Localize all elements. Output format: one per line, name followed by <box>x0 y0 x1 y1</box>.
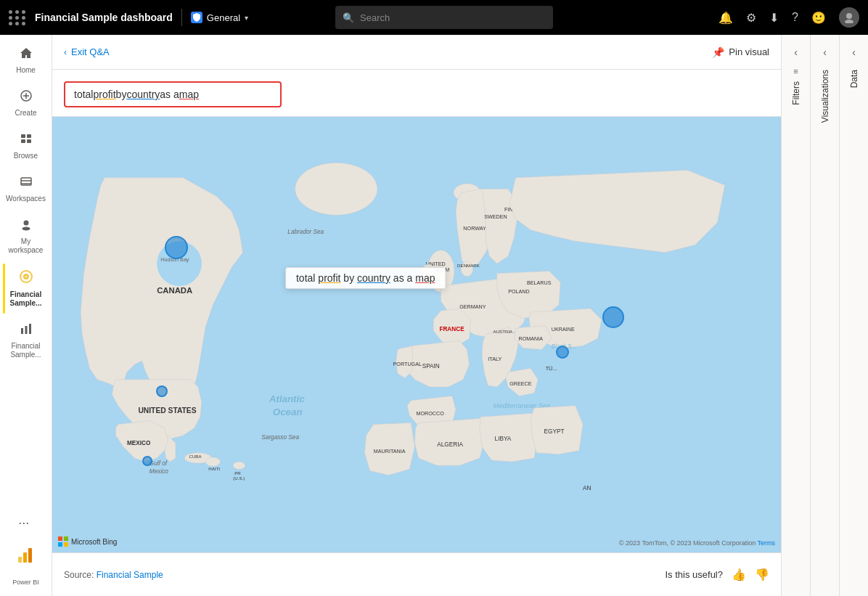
filters-collapse-button[interactable]: ‹ <box>785 41 808 64</box>
sidebar-item-home[interactable]: Home <box>3 41 49 81</box>
svg-text:LIBYA: LIBYA <box>495 436 512 442</box>
query-part-map: map <box>179 89 199 100</box>
data-label[interactable]: Data <box>849 70 859 88</box>
sidebar-item-browse[interactable]: Browse <box>3 126 49 166</box>
search-bar[interactable]: 🔍 <box>335 6 553 29</box>
tooltip-map: map <box>415 272 435 284</box>
useful-label: Is this useful? <box>666 569 724 580</box>
pin-visual-button[interactable]: 📌 Pin visual <box>712 46 769 58</box>
search-icon: 🔍 <box>343 12 354 23</box>
svg-text:PORTUGAL: PORTUGAL <box>393 361 422 367</box>
search-input[interactable] <box>360 12 546 23</box>
query-part-country: country <box>126 89 160 100</box>
svg-text:HAITI: HAITI <box>208 466 220 471</box>
footer-source: Source: Financial Sample <box>64 570 163 580</box>
svg-point-0 <box>846 13 852 19</box>
svg-point-38 <box>233 462 245 469</box>
sidebar-more-button[interactable]: ··· <box>12 510 39 536</box>
exit-qna-button[interactable]: ‹ Exit Q&A <box>64 46 110 57</box>
thumbs-down-button[interactable]: 👎 <box>755 568 769 581</box>
query-part-total: total <box>74 89 93 100</box>
svg-text:SPAIN: SPAIN <box>422 363 440 370</box>
qna-input-area: total profit by country as a map <box>52 70 781 117</box>
svg-text:Ocean: Ocean <box>273 407 303 417</box>
topbar-icons: 🔔 ⚙ ⬇ ? 🙂 <box>718 7 859 28</box>
svg-point-16 <box>25 276 27 277</box>
svg-point-12 <box>23 221 28 226</box>
query-part-as-a: as a <box>160 89 179 100</box>
svg-rect-20 <box>18 557 22 563</box>
thumbs-up-button[interactable]: 👍 <box>732 568 746 581</box>
svg-rect-8 <box>27 139 31 143</box>
avatar[interactable] <box>839 7 859 28</box>
pin-visual-label: Pin visual <box>729 46 769 57</box>
visualizations-label[interactable]: Visualizations <box>820 70 830 123</box>
sidebar-create-label: Create <box>15 109 36 118</box>
bubble-usa[interactable] <box>156 385 168 397</box>
pin-icon: 📌 <box>712 46 724 58</box>
query-part-by: by <box>116 89 127 100</box>
svg-text:ALGERIA: ALGERIA <box>437 441 463 448</box>
svg-text:CANADA: CANADA <box>157 286 192 295</box>
bubble-mexico[interactable] <box>142 456 152 466</box>
svg-text:SWEDEN: SWEDEN <box>484 213 507 220</box>
svg-text:GERMANY: GERMANY <box>459 303 486 310</box>
sidebar: Home Create Browse Workspaces My workspa… <box>0 35 52 596</box>
filters-label[interactable]: Filters <box>791 81 801 105</box>
filters-panel: ‹ ≡ Filters <box>781 35 810 596</box>
world-map-svg: CANADA Hudson Bay Labrador Sea UNITED ST… <box>52 117 781 552</box>
apps-icon[interactable] <box>9 10 26 25</box>
notification-icon[interactable]: 🔔 <box>718 11 733 25</box>
svg-text:AUSTRIA: AUSTRIA <box>494 329 514 334</box>
home-icon <box>20 46 33 63</box>
download-icon[interactable]: ⬇ <box>769 11 779 25</box>
svg-text:CUBA: CUBA <box>189 454 202 459</box>
browse-icon <box>20 132 33 149</box>
svg-rect-22 <box>28 548 32 563</box>
svg-text:Gulf of: Gulf of <box>150 460 168 467</box>
svg-text:TÜ...: TÜ... <box>546 365 557 372</box>
data-collapse-button[interactable]: ‹ <box>843 41 866 64</box>
active-indicator <box>3 264 5 314</box>
svg-rect-6 <box>27 134 31 138</box>
shield-icon <box>191 12 202 23</box>
sidebar-item-my-workspace[interactable]: My workspace <box>3 212 49 261</box>
sidebar-item-create[interactable]: Create <box>3 83 49 123</box>
financial-sample2-icon <box>20 322 33 339</box>
terms-link[interactable]: Terms <box>758 539 776 547</box>
svg-rect-18 <box>25 326 27 334</box>
sidebar-item-financial-sample2[interactable]: Financial Sample... <box>3 317 49 365</box>
bubble-france[interactable] <box>556 346 569 359</box>
right-panel: ‹ ≡ Filters ‹ Visualizations ‹ Data <box>781 35 868 596</box>
qna-query-box[interactable]: total profit by country as a map <box>64 81 282 107</box>
powerbi-label: Power BI <box>12 579 39 586</box>
query-part-profit: profit <box>93 89 115 100</box>
visualizations-collapse-button[interactable]: ‹ <box>814 41 837 64</box>
workspace-chevron[interactable]: ▾ <box>245 14 248 22</box>
settings-icon[interactable]: ⚙ <box>746 11 756 25</box>
bubble-germany[interactable] <box>602 306 624 328</box>
sidebar-workspaces-label: Workspaces <box>6 195 46 203</box>
sidebar-item-workspaces[interactable]: Workspaces <box>3 169 49 209</box>
source-link[interactable]: Financial Sample <box>97 570 163 580</box>
svg-text:ROMANIA: ROMANIA <box>519 335 544 342</box>
svg-point-36 <box>205 457 221 466</box>
sidebar-financial-sample1-label: Financial Sample... <box>6 290 46 308</box>
svg-text:Labrador Sea: Labrador Sea <box>287 229 324 235</box>
tooltip-country: country <box>357 272 390 284</box>
map-tooltip: total profit by country as a map <box>285 267 446 289</box>
workspace-badge[interactable]: General ▾ <box>191 12 248 23</box>
content-area: ‹ Exit Q&A 📌 Pin visual total profit by … <box>52 35 781 596</box>
svg-text:PR: PR <box>234 470 241 475</box>
svg-text:MOROCCO: MOROCCO <box>416 410 444 417</box>
svg-point-13 <box>22 227 30 231</box>
help-icon[interactable]: ? <box>792 11 798 24</box>
create-icon <box>20 89 33 106</box>
bubble-canada[interactable] <box>165 236 188 259</box>
bing-logo: Microsoft Bing <box>58 536 117 547</box>
workspace-name: General <box>207 12 240 23</box>
feedback-icon[interactable]: 🙂 <box>811 11 826 25</box>
sidebar-item-financial-sample1[interactable]: Financial Sample... <box>3 264 49 314</box>
topbar-divider <box>181 9 182 26</box>
svg-text:MAURITANIA: MAURITANIA <box>374 448 406 454</box>
